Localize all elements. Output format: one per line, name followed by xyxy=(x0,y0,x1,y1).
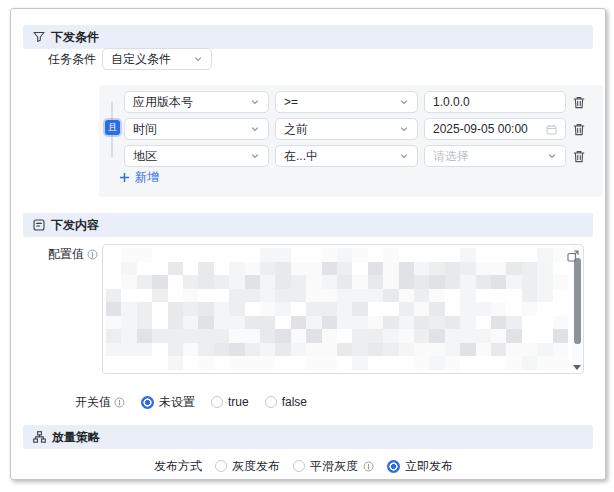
chevron-down-icon xyxy=(250,124,260,134)
trash-icon[interactable] xyxy=(573,123,585,136)
info-circle-icon[interactable] xyxy=(363,461,374,472)
chevron-down-icon xyxy=(250,97,260,107)
condition-operator-select[interactable]: 在...中 xyxy=(275,145,418,167)
radio-option-unset[interactable]: 未设置 xyxy=(141,394,195,411)
condition-value-select[interactable]: 请选择 xyxy=(424,145,566,167)
task-condition-label: 任务条件 xyxy=(11,51,96,68)
document-icon xyxy=(33,219,45,231)
condition-field-select[interactable]: 时间 xyxy=(124,118,269,140)
radio-option-true[interactable]: true xyxy=(211,395,249,409)
chevron-down-icon xyxy=(399,151,409,161)
condition-date-input[interactable]: 2025-09-05 00:00 xyxy=(424,118,566,140)
section-title-strategy: 放量策略 xyxy=(52,429,100,446)
section-header-content: 下发内容 xyxy=(23,213,593,237)
radio-icon[interactable] xyxy=(387,460,400,473)
chevron-down-icon xyxy=(193,54,203,64)
section-title-conditions: 下发条件 xyxy=(51,29,99,46)
condition-row: 地区 在...中 请选择 xyxy=(124,145,585,167)
radio-icon[interactable] xyxy=(215,460,227,472)
trash-icon[interactable] xyxy=(573,96,585,109)
funnel-icon xyxy=(33,31,45,43)
sitemap-icon xyxy=(33,431,46,443)
radio-icon[interactable] xyxy=(293,460,305,472)
radio-option-false[interactable]: false xyxy=(265,395,307,409)
publish-method-row: 发布方式 灰度发布 平滑灰度 立即发布 xyxy=(11,457,453,475)
config-redacted-mosaic xyxy=(106,248,568,370)
condition-row: 时间 之前 2025-09-05 00:00 xyxy=(124,118,585,140)
condition-operator-select[interactable]: 之前 xyxy=(275,118,418,140)
section-title-content: 下发内容 xyxy=(51,217,99,234)
add-condition-button[interactable]: 新增 xyxy=(119,169,159,186)
switch-value-label: 开关值 xyxy=(11,394,125,411)
plus-icon xyxy=(119,172,130,183)
scrollbar-thumb[interactable] xyxy=(574,258,581,344)
radio-option-immediate-release[interactable]: 立即发布 xyxy=(387,458,453,475)
radio-option-gray-release[interactable]: 灰度发布 xyxy=(215,458,280,475)
publish-method-label: 发布方式 xyxy=(11,458,202,475)
condition-value-input[interactable]: 1.0.0.0 xyxy=(424,91,566,113)
task-condition-select[interactable]: 自定义条件 xyxy=(102,48,212,70)
condition-operator-select[interactable]: >= xyxy=(275,91,418,113)
radio-option-smooth-gray[interactable]: 平滑灰度 xyxy=(293,458,374,475)
group-operator-badge[interactable]: 且 xyxy=(105,120,120,135)
condition-field-select[interactable]: 应用版本号 xyxy=(124,91,269,113)
chevron-down-icon xyxy=(399,97,409,107)
config-form-card: 下发条件 任务条件 自定义条件 且 应用版本号 >= 1.0.0.0 时间 xyxy=(10,8,606,480)
radio-icon[interactable] xyxy=(265,396,277,408)
config-value-label: 配置值 xyxy=(11,246,98,263)
section-header-strategy: 放量策略 xyxy=(23,425,593,449)
chevron-down-icon xyxy=(399,124,409,134)
trash-icon[interactable] xyxy=(573,150,585,163)
condition-field-select[interactable]: 地区 xyxy=(124,145,269,167)
calendar-icon xyxy=(546,124,557,135)
config-value-textarea[interactable] xyxy=(102,244,584,374)
scrollbar-down-arrow[interactable] xyxy=(573,365,581,370)
info-circle-icon[interactable] xyxy=(114,397,125,408)
condition-row: 应用版本号 >= 1.0.0.0 xyxy=(124,91,585,113)
section-header-conditions: 下发条件 xyxy=(23,25,593,49)
chevron-down-icon xyxy=(250,151,260,161)
radio-icon[interactable] xyxy=(141,396,154,409)
chevron-down-icon xyxy=(547,151,557,161)
task-condition-row: 任务条件 自定义条件 xyxy=(11,48,212,70)
expand-icon[interactable] xyxy=(567,248,579,266)
config-value-label-row: 配置值 xyxy=(11,246,98,262)
task-condition-value: 自定义条件 xyxy=(111,51,171,68)
switch-value-row: 开关值 未设置 true false xyxy=(11,393,307,411)
radio-icon[interactable] xyxy=(211,396,223,408)
info-circle-icon[interactable] xyxy=(87,249,98,260)
